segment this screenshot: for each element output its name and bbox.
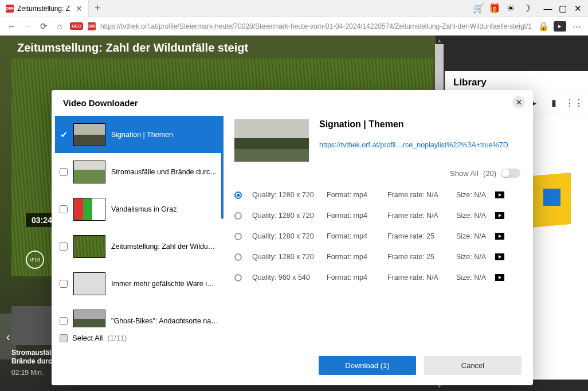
- brightness-icon[interactable]: ☀: [505, 3, 516, 14]
- show-all-count: (20): [483, 169, 496, 178]
- quality-value: Quality: 1280 x 720: [252, 253, 327, 261]
- item-checkbox[interactable]: [60, 131, 68, 139]
- back-button[interactable]: ←: [6, 21, 17, 32]
- item-checkbox[interactable]: [60, 243, 68, 251]
- size-value: Size: N/A: [456, 232, 495, 240]
- item-thumbnail: [73, 272, 105, 295]
- gift-icon[interactable]: 🎁: [489, 3, 500, 14]
- url-field[interactable]: https://tvthek.orf.at/profile/Steiermark…: [100, 22, 533, 30]
- tab-favicon: ORF: [6, 5, 14, 13]
- reload-button[interactable]: ⟳: [38, 21, 49, 32]
- size-value: Size: N/A: [456, 273, 495, 281]
- list-scrollbar[interactable]: [221, 116, 224, 219]
- modal-close-button[interactable]: ✕: [512, 96, 525, 108]
- item-label: Immer mehr gefälschte Ware im …: [111, 280, 219, 288]
- video-list-item[interactable]: Immer mehr gefälschte Ware im …: [55, 265, 224, 302]
- video-list-item[interactable]: Zeitumstellung: Zahl der Wildunf…: [55, 228, 224, 265]
- format-value: Format: mp4: [327, 212, 387, 220]
- framerate-value: Frame rate: N/A: [387, 212, 456, 220]
- show-all-label: Show All: [450, 169, 479, 178]
- format-value: Format: mp4: [327, 273, 387, 281]
- video-list-item[interactable]: Stromausfälle und Brände durch …: [55, 153, 224, 190]
- tab-close-icon[interactable]: ✕: [76, 4, 83, 13]
- quality-row[interactable]: Quality: 960 x 540Format: mp4Frame rate:…: [234, 267, 520, 288]
- size-value: Size: N/A: [456, 212, 495, 220]
- item-checkbox[interactable]: [60, 168, 68, 176]
- detail-url[interactable]: https://tvthek.orf.at/profil…rce_noplayl…: [319, 141, 520, 149]
- minimize-button[interactable]: —: [542, 3, 554, 14]
- video-list-item[interactable]: "Ghost-Bikes": Andachtsorte nac…: [55, 302, 224, 327]
- item-checkbox[interactable]: [60, 317, 68, 325]
- window-controls: — ▢ ✕: [542, 3, 583, 14]
- quality-radio[interactable]: [234, 212, 242, 220]
- quality-value: Quality: 1280 x 720: [252, 212, 327, 220]
- tab-bar: ORF Zeitumstellung: Z ✕ + 🛒 🎁 ☀ ☽ — ▢ ✕: [0, 0, 588, 17]
- format-value: Format: mp4: [327, 232, 387, 240]
- item-thumbnail: [73, 123, 105, 146]
- tab-title: Zeitumstellung: Z: [17, 5, 70, 13]
- close-window-button[interactable]: ✕: [572, 3, 583, 14]
- modal-title: Video Downloader ✕: [52, 90, 533, 116]
- video-title: Zeitumstellung: Zahl der Wildunfälle ste…: [17, 41, 248, 54]
- menu-button[interactable]: ⋯: [571, 21, 582, 32]
- downloader-modal: Video Downloader ✕ Signation | ThemenStr…: [52, 90, 533, 385]
- format-value: Format: mp4: [327, 191, 387, 199]
- item-checkbox[interactable]: [60, 205, 68, 213]
- download-toolbar-icon[interactable]: ▸: [554, 21, 566, 32]
- forward-button[interactable]: →: [22, 21, 33, 32]
- cancel-button[interactable]: Cancel: [424, 356, 522, 375]
- quality-radio[interactable]: [234, 274, 242, 281]
- item-checkbox[interactable]: [60, 280, 68, 288]
- item-thumbnail: [73, 310, 105, 328]
- video-list-item[interactable]: Signation | Themen: [55, 116, 224, 153]
- cart-icon[interactable]: 🛒: [473, 3, 484, 14]
- quality-row[interactable]: Quality: 1280 x 720Format: mp4Frame rate…: [234, 247, 520, 267]
- framerate-value: Frame rate: N/A: [387, 273, 456, 281]
- quality-value: Quality: 960 x 540: [252, 273, 327, 281]
- lock-icon[interactable]: 🔒: [538, 21, 549, 32]
- quality-radio[interactable]: [234, 233, 242, 240]
- detail-title: Signation | Themen: [319, 119, 520, 130]
- select-all-row[interactable]: Select All (1/11): [52, 327, 224, 348]
- record-badge[interactable]: REC: [70, 22, 83, 30]
- format-value: Format: mp4: [327, 253, 387, 261]
- item-label: "Ghost-Bikes": Andachtsorte nac…: [111, 317, 219, 325]
- download-button[interactable]: Download (1): [319, 356, 416, 375]
- quality-row[interactable]: Quality: 1280 x 720Format: mp4Frame rate…: [234, 226, 520, 247]
- item-thumbnail: [73, 161, 105, 183]
- preview-play-icon[interactable]: [495, 212, 504, 219]
- home-button[interactable]: ⌂: [54, 21, 65, 32]
- modal-backdrop: Video Downloader ✕ Signation | ThemenStr…: [0, 36, 588, 391]
- preview-play-icon[interactable]: [495, 253, 504, 260]
- preview-play-icon[interactable]: [495, 233, 504, 240]
- quality-value: Quality: 1280 x 720: [252, 232, 327, 240]
- size-value: Size: N/A: [456, 191, 495, 199]
- item-label: Stromausfälle und Brände durch …: [111, 168, 219, 176]
- quality-radio[interactable]: [234, 253, 242, 261]
- item-label: Signation | Themen: [111, 131, 219, 139]
- video-list-panel: Signation | ThemenStromausfälle und Brän…: [52, 116, 224, 348]
- detail-thumbnail: [234, 119, 309, 162]
- site-favicon: ORF: [88, 22, 96, 30]
- video-list-item[interactable]: Vandalismus in Graz: [55, 190, 224, 228]
- quality-row[interactable]: Quality: 1280 x 720Format: mp4Frame rate…: [234, 205, 520, 226]
- framerate-value: Frame rate: 25: [387, 232, 456, 240]
- item-thumbnail: [73, 198, 105, 221]
- dark-mode-icon[interactable]: ☽: [522, 3, 532, 14]
- framerate-value: Frame rate: 25: [387, 253, 456, 261]
- show-all-toggle[interactable]: [501, 169, 520, 178]
- preview-play-icon[interactable]: [495, 191, 504, 198]
- quality-row[interactable]: Quality: 1280 x 720Format: mp4Frame rate…: [234, 185, 520, 205]
- new-tab-button[interactable]: +: [89, 2, 107, 14]
- preview-play-icon[interactable]: [495, 274, 504, 281]
- select-all-count: (1/11): [107, 334, 127, 342]
- select-all-label: Select All: [72, 334, 103, 342]
- browser-tab[interactable]: ORF Zeitumstellung: Z ✕: [0, 0, 89, 17]
- select-all-checkbox[interactable]: [60, 334, 68, 342]
- quality-radio[interactable]: [234, 191, 242, 199]
- quality-value: Quality: 1280 x 720: [252, 191, 327, 199]
- address-bar: ← → ⟳ ⌂ REC ORF https://tvthek.orf.at/pr…: [0, 17, 588, 36]
- item-label: Zeitumstellung: Zahl der Wildunf…: [111, 243, 219, 251]
- maximize-button[interactable]: ▢: [557, 3, 569, 14]
- item-label: Vandalismus in Graz: [111, 205, 219, 213]
